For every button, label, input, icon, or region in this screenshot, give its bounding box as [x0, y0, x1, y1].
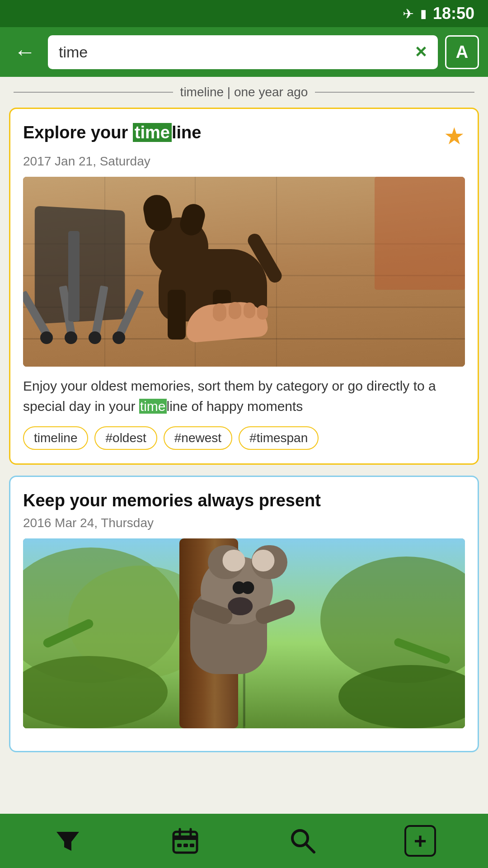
koala-scene [23, 538, 465, 728]
translate-button[interactable]: A [445, 35, 479, 69]
card1-title-highlight: time [133, 123, 172, 142]
cards-area: Explore your timeline ★ 2017 Jan 21, Sat… [0, 108, 488, 761]
card1-description: Enjoy your oldest memories, sort them by… [23, 376, 465, 416]
battery-icon: ▮ [420, 7, 427, 21]
card1-header: Explore your timeline ★ [23, 123, 465, 150]
timeline-card: Explore your timeline ★ 2017 Jan 21, Sat… [9, 108, 479, 465]
svg-rect-5 [177, 844, 182, 847]
add-nav-item[interactable]: + [402, 823, 438, 859]
puppy-scene [23, 177, 465, 367]
search-icon [289, 827, 316, 854]
tag-timespan[interactable]: #timespan [239, 426, 319, 450]
card1-title-post: line [172, 123, 201, 142]
star-icon[interactable]: ★ [444, 123, 465, 150]
back-button[interactable]: ← [9, 36, 41, 68]
memories-card: Keep your memories always present 2016 M… [9, 476, 479, 752]
svg-rect-1 [174, 832, 197, 853]
tag-newest[interactable]: #newest [164, 426, 232, 450]
svg-line-9 [305, 844, 314, 852]
card2-header: Keep your memories always present [23, 491, 465, 511]
calendar-icon [172, 827, 199, 854]
search-bar[interactable]: time ✕ [48, 35, 438, 69]
add-icon[interactable]: + [404, 825, 436, 857]
clear-search-icon[interactable]: ✕ [414, 43, 427, 61]
divider-line-right [315, 92, 474, 93]
calendar-nav-item[interactable] [167, 823, 203, 859]
svg-rect-6 [183, 844, 188, 847]
search-input-value[interactable]: time [59, 43, 88, 61]
airplane-icon: ✈ [403, 6, 414, 22]
search-nav-item[interactable] [285, 823, 321, 859]
card1-image [23, 177, 465, 367]
status-bar: ✈ ▮ 18:50 [0, 0, 488, 27]
card1-tags: timeline #oldest #newest #timespan [23, 426, 465, 450]
card1-title-pre: Explore your [23, 123, 133, 142]
divider-label: timeline | one year ago [180, 85, 308, 99]
svg-rect-7 [190, 844, 194, 847]
card2-title: Keep your memories always present [23, 491, 465, 511]
card1-desc-highlight: time [139, 399, 167, 414]
card2-image [23, 538, 465, 728]
card1-desc-post: line of happy moments [167, 399, 303, 414]
filter-nav-item[interactable] [50, 823, 86, 859]
svg-marker-0 [56, 832, 79, 851]
status-time: 18:50 [433, 4, 474, 23]
section-divider: timeline | one year ago [0, 77, 488, 108]
card1-date: 2017 Jan 21, Saturday [23, 154, 465, 169]
tag-timeline[interactable]: timeline [23, 426, 88, 450]
filter-icon [54, 827, 81, 854]
divider-line-left [14, 92, 173, 93]
back-arrow-icon: ← [14, 41, 36, 63]
translate-icon: A [456, 42, 468, 62]
bottom-nav: + [0, 814, 488, 868]
tag-oldest[interactable]: #oldest [94, 426, 157, 450]
card1-title: Explore your timeline [23, 123, 439, 143]
svg-rect-2 [174, 835, 197, 840]
card2-date: 2016 Mar 24, Thursday [23, 516, 465, 530]
status-icons: ✈ ▮ 18:50 [403, 4, 474, 23]
top-bar: ← time ✕ A [0, 27, 488, 77]
